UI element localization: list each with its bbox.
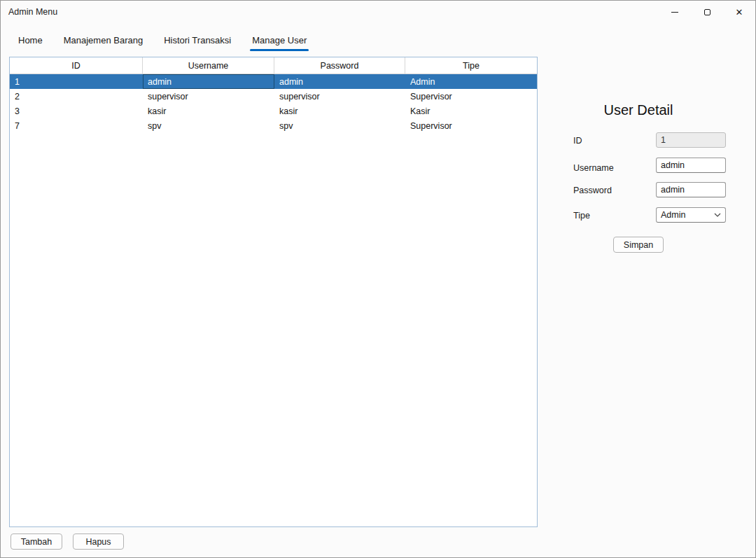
cell-tipe[interactable]: Admin [405,74,537,89]
cell-id[interactable]: 7 [10,118,143,133]
cell-tipe[interactable]: Supervisor [405,89,537,104]
column-header-username[interactable]: Username [143,57,274,74]
cell-username[interactable]: spv [143,118,274,133]
tab-bar: Home Manajemen Barang Histori Transaksi … [8,30,317,51]
hapus-button[interactable]: Hapus [73,533,124,550]
table-row[interactable]: 3 kasir kasir Kasir [10,104,537,118]
tambah-button[interactable]: Tambah [10,533,62,550]
minimize-icon [671,12,678,13]
cell-password[interactable]: kasir [274,104,405,118]
tab-label: Manage User [252,35,307,46]
tab-manajemen-barang[interactable]: Manajemen Barang [53,30,153,51]
simpan-button[interactable]: Simpan [613,237,664,253]
tab-home[interactable]: Home [8,30,53,51]
cell-password[interactable]: spv [274,118,405,133]
tipe-selected-value: Admin [661,210,685,220]
table-row[interactable]: 7 spv spv Supervisor [10,118,537,133]
tab-label: Manajemen Barang [64,35,143,46]
id-field [656,132,726,148]
column-header-password[interactable]: Password [274,57,405,74]
cell-username[interactable]: supervisor [143,89,274,104]
cell-id[interactable]: 2 [10,89,143,104]
column-header-id[interactable]: ID [10,57,143,74]
tipe-label: Tipe [573,211,590,221]
user-detail-title: User Detail [547,102,729,118]
table-row[interactable]: 2 supervisor supervisor Supervisor [10,89,537,104]
title-bar: Admin Menu ✕ [1,1,755,23]
tab-histori-transaksi[interactable]: Histori Transaksi [153,30,241,51]
cell-password[interactable]: supervisor [274,89,405,104]
cell-id[interactable]: 1 [10,74,143,89]
cell-username[interactable]: kasir [143,104,274,118]
tipe-select[interactable]: Admin [656,207,726,223]
username-field[interactable] [656,158,726,173]
tab-label: Home [18,35,43,46]
password-label: Password [573,186,612,195]
cell-tipe[interactable]: Kasir [405,104,537,118]
close-icon: ✕ [736,8,743,17]
password-field[interactable] [656,182,726,197]
window-controls: ✕ [659,1,755,23]
close-button[interactable]: ✕ [723,1,755,23]
tab-manage-user[interactable]: Manage User [241,30,317,51]
table-header-row: ID Username Password Tipe [10,57,537,74]
maximize-icon [704,9,710,15]
cell-password[interactable]: admin [274,74,405,89]
user-table: ID Username Password Tipe 1 admin admin … [9,57,538,527]
maximize-button[interactable] [691,1,723,23]
username-label: Username [573,163,614,173]
cell-id[interactable]: 3 [10,104,143,118]
table-row[interactable]: 1 admin admin Admin [10,74,537,89]
app-window: Admin Menu ✕ Home Manajemen Barang Histo… [0,0,756,558]
chevron-down-icon [714,213,721,217]
tab-label: Histori Transaksi [164,35,231,46]
window-title: Admin Menu [8,7,57,17]
cell-tipe[interactable]: Supervisor [405,118,537,133]
table-body: 1 admin admin Admin 2 supervisor supervi… [10,74,537,133]
minimize-button[interactable] [659,1,691,23]
column-header-tipe[interactable]: Tipe [405,57,537,74]
id-label: ID [573,136,582,146]
cell-username[interactable]: admin [143,74,274,89]
